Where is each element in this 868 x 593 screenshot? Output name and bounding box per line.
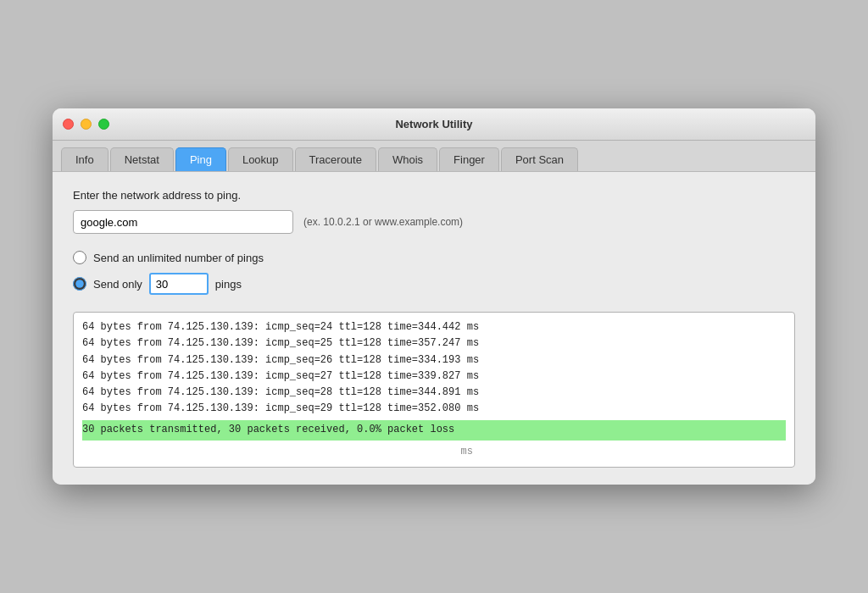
- output-line-3: 64 bytes from 74.125.130.139: icmp_seq=2…: [82, 352, 786, 369]
- sendonly-radio-row: Send only pings: [73, 273, 795, 295]
- minimize-button[interactable]: [81, 119, 92, 130]
- tab-ping[interactable]: Ping: [175, 147, 226, 171]
- ping-panel: Enter the network address to ping. (ex. …: [53, 172, 815, 485]
- highlighted-summary: 30 packets transmitted, 30 packets recei…: [82, 420, 786, 440]
- ping-options: Send an unlimited number of pings Send o…: [73, 251, 795, 295]
- unlimited-radio-row: Send an unlimited number of pings: [73, 251, 795, 264]
- unlimited-radio[interactable]: [73, 251, 86, 264]
- tab-lookup[interactable]: Lookup: [228, 147, 293, 171]
- sendonly-label[interactable]: Send only: [93, 278, 142, 291]
- tab-traceroute[interactable]: Traceroute: [295, 147, 376, 171]
- unlimited-label[interactable]: Send an unlimited number of pings: [93, 252, 264, 264]
- traffic-lights: [63, 119, 109, 130]
- tab-netstat[interactable]: Netstat: [110, 147, 174, 171]
- address-input[interactable]: [73, 210, 293, 234]
- output-line-4: 64 bytes from 74.125.130.139: icmp_seq=2…: [82, 369, 786, 385]
- tab-finger[interactable]: Finger: [439, 147, 499, 171]
- maximize-button[interactable]: [98, 119, 109, 130]
- output-line-6: 64 bytes from 74.125.130.139: icmp_seq=2…: [82, 401, 786, 417]
- close-button[interactable]: [63, 119, 74, 130]
- ping-output: 64 bytes from 74.125.130.139: icmp_seq=2…: [73, 312, 795, 468]
- output-line-2: 64 bytes from 74.125.130.139: icmp_seq=2…: [82, 335, 786, 352]
- address-row: (ex. 10.0.2.1 or www.example.com): [73, 210, 795, 234]
- output-line-1: 64 bytes from 74.125.130.139: icmp_seq=2…: [82, 319, 786, 335]
- output-line-5: 64 bytes from 74.125.130.139: icmp_seq=2…: [82, 385, 786, 401]
- sendonly-radio[interactable]: [73, 277, 86, 291]
- pings-suffix: pings: [215, 278, 242, 291]
- partial-line: ms: [82, 444, 786, 460]
- tab-whois[interactable]: Whois: [378, 147, 437, 171]
- ping-count-input[interactable]: [149, 273, 209, 295]
- network-utility-window: Network Utility Info Netstat Ping Lookup…: [53, 108, 815, 485]
- window-title: Network Utility: [395, 118, 472, 130]
- tab-bar: Info Netstat Ping Lookup Traceroute Whoi…: [53, 141, 815, 172]
- tab-info[interactable]: Info: [61, 147, 108, 171]
- address-section-label: Enter the network address to ping.: [73, 189, 795, 202]
- address-hint: (ex. 10.0.2.1 or www.example.com): [303, 216, 463, 228]
- titlebar: Network Utility: [53, 108, 815, 141]
- tab-portscan[interactable]: Port Scan: [501, 147, 578, 171]
